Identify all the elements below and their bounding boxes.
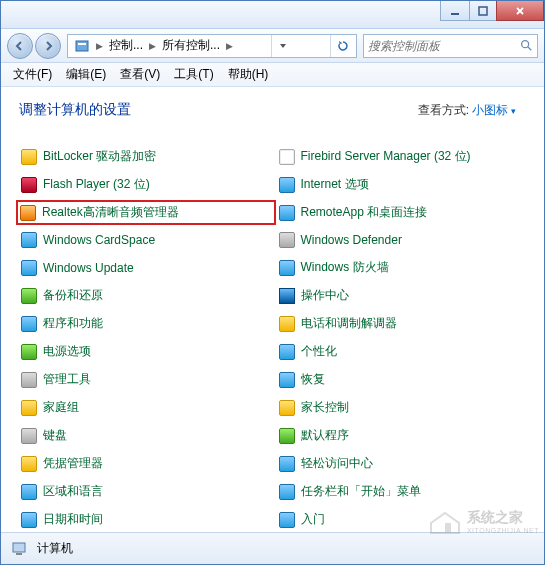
remoteapp-icon <box>279 205 295 221</box>
cp-item-credential-manager[interactable]: 凭据管理器 <box>19 454 269 473</box>
cp-item-taskbar-start[interactable]: 任务栏和「开始」菜单 <box>277 482 527 501</box>
forward-button[interactable] <box>35 33 61 59</box>
view-by-label: 查看方式: <box>418 103 469 117</box>
cp-item-programs-features[interactable]: 程序和功能 <box>19 314 269 333</box>
address-seg-1[interactable]: 所有控制... <box>158 35 224 57</box>
cp-item-windows-firewall[interactable]: Windows 防火墙 <box>277 258 527 277</box>
cp-item-region-language[interactable]: 区域和语言 <box>19 482 269 501</box>
item-label: 区域和语言 <box>43 483 103 500</box>
cp-item-windows-defender[interactable]: Windows Defender <box>277 231 527 249</box>
menu-tools[interactable]: 工具(T) <box>168 63 219 86</box>
item-label: 入门 <box>301 511 325 528</box>
navbar: ▶ 控制... ▶ 所有控制... ▶ <box>1 29 544 63</box>
cp-item-action-center[interactable]: 操作中心 <box>277 286 527 305</box>
menu-help[interactable]: 帮助(H) <box>222 63 275 86</box>
cp-item-parental-controls[interactable]: 家长控制 <box>277 398 527 417</box>
recovery-icon <box>279 372 295 388</box>
cp-item-getting-started[interactable]: 入门 <box>277 510 527 529</box>
address-bar[interactable]: ▶ 控制... ▶ 所有控制... ▶ <box>67 34 357 58</box>
item-label: 任务栏和「开始」菜单 <box>301 483 421 500</box>
windows-update-icon <box>21 260 37 276</box>
close-button[interactable] <box>496 1 544 21</box>
chevron-right-icon[interactable]: ▶ <box>224 41 235 51</box>
control-panel-window: ▶ 控制... ▶ 所有控制... ▶ 文件(F) 编辑(E) 查看(V) 工具… <box>0 0 545 565</box>
cp-item-realtek-audio[interactable]: Realtek高清晰音频管理器 <box>16 200 276 225</box>
cp-item-bitlocker[interactable]: BitLocker 驱动器加密 <box>19 147 269 166</box>
minimize-button[interactable] <box>440 1 470 21</box>
cp-item-internet-options[interactable]: Internet 选项 <box>277 175 527 194</box>
content-area[interactable]: 调整计算机的设置 查看方式: 小图标 BitLocker 驱动器加密Firebi… <box>1 87 544 532</box>
item-label: Windows Defender <box>301 233 402 247</box>
search-box[interactable] <box>363 34 538 58</box>
item-label: 键盘 <box>43 427 67 444</box>
cp-item-remoteapp[interactable]: RemoteApp 和桌面连接 <box>277 203 527 222</box>
firebird-server-icon <box>279 149 295 165</box>
parental-controls-icon <box>279 400 295 416</box>
action-center-icon <box>279 288 295 304</box>
default-programs-icon <box>279 428 295 444</box>
windows-cardspace-icon <box>21 232 37 248</box>
windows-defender-icon <box>279 232 295 248</box>
address-seg-0[interactable]: 控制... <box>105 35 147 57</box>
item-label: 凭据管理器 <box>43 455 103 472</box>
phone-modem-icon <box>279 316 295 332</box>
items-grid: BitLocker 驱动器加密Firebird Server Manager (… <box>19 147 526 529</box>
svg-rect-2 <box>76 41 88 51</box>
credential-manager-icon <box>21 456 37 472</box>
backup-restore-icon <box>21 288 37 304</box>
chevron-right-icon[interactable]: ▶ <box>94 41 105 51</box>
search-input[interactable] <box>368 39 519 53</box>
getting-started-icon <box>279 512 295 528</box>
cp-item-firebird-server[interactable]: Firebird Server Manager (32 位) <box>277 147 527 166</box>
realtek-audio-icon <box>20 205 36 221</box>
maximize-button[interactable] <box>469 1 497 21</box>
nav-buttons <box>7 33 61 59</box>
cp-item-recovery[interactable]: 恢复 <box>277 370 527 389</box>
chevron-right-icon[interactable]: ▶ <box>147 41 158 51</box>
cp-item-personalization[interactable]: 个性化 <box>277 342 527 361</box>
item-label: Windows 防火墙 <box>301 259 389 276</box>
dropdown-button[interactable] <box>271 35 295 57</box>
cp-item-power-options[interactable]: 电源选项 <box>19 342 269 361</box>
item-label: 家长控制 <box>301 399 349 416</box>
power-options-icon <box>21 344 37 360</box>
cp-item-windows-cardspace[interactable]: Windows CardSpace <box>19 231 269 249</box>
admin-tools-icon <box>21 372 37 388</box>
cp-item-phone-modem[interactable]: 电话和调制解调器 <box>277 314 527 333</box>
cp-item-homegroup[interactable]: 家庭组 <box>19 398 269 417</box>
bitlocker-icon <box>21 149 37 165</box>
view-by-dropdown[interactable]: 小图标 <box>472 103 516 117</box>
item-label: Windows Update <box>43 261 134 275</box>
search-icon[interactable] <box>519 38 533 54</box>
programs-features-icon <box>21 316 37 332</box>
item-label: 备份和还原 <box>43 287 103 304</box>
menu-view[interactable]: 查看(V) <box>114 63 166 86</box>
svg-rect-1 <box>479 7 487 15</box>
address-root-icon[interactable] <box>70 35 94 57</box>
menu-edit[interactable]: 编辑(E) <box>60 63 112 86</box>
back-button[interactable] <box>7 33 33 59</box>
cp-item-ease-of-access[interactable]: 轻松访问中心 <box>277 454 527 473</box>
view-by: 查看方式: 小图标 <box>418 102 516 119</box>
windows-firewall-icon <box>279 260 295 276</box>
cp-item-date-time[interactable]: 日期和时间 <box>19 510 269 529</box>
heading-row: 调整计算机的设置 查看方式: 小图标 <box>19 101 526 119</box>
region-language-icon <box>21 484 37 500</box>
item-label: BitLocker 驱动器加密 <box>43 148 156 165</box>
cp-item-windows-update[interactable]: Windows Update <box>19 258 269 277</box>
cp-item-admin-tools[interactable]: 管理工具 <box>19 370 269 389</box>
menu-file[interactable]: 文件(F) <box>7 63 58 86</box>
item-label: 恢复 <box>301 371 325 388</box>
item-label: 程序和功能 <box>43 315 103 332</box>
item-label: Internet 选项 <box>301 176 369 193</box>
cp-item-keyboard[interactable]: 键盘 <box>19 426 269 445</box>
item-label: Realtek高清晰音频管理器 <box>42 204 179 221</box>
item-label: 电源选项 <box>43 343 91 360</box>
cp-item-backup-restore[interactable]: 备份和还原 <box>19 286 269 305</box>
refresh-button[interactable] <box>330 35 354 57</box>
taskbar-start-icon <box>279 484 295 500</box>
date-time-icon <box>21 512 37 528</box>
cp-item-flash-player[interactable]: Flash Player (32 位) <box>19 175 269 194</box>
cp-item-default-programs[interactable]: 默认程序 <box>277 426 527 445</box>
item-label: 管理工具 <box>43 371 91 388</box>
